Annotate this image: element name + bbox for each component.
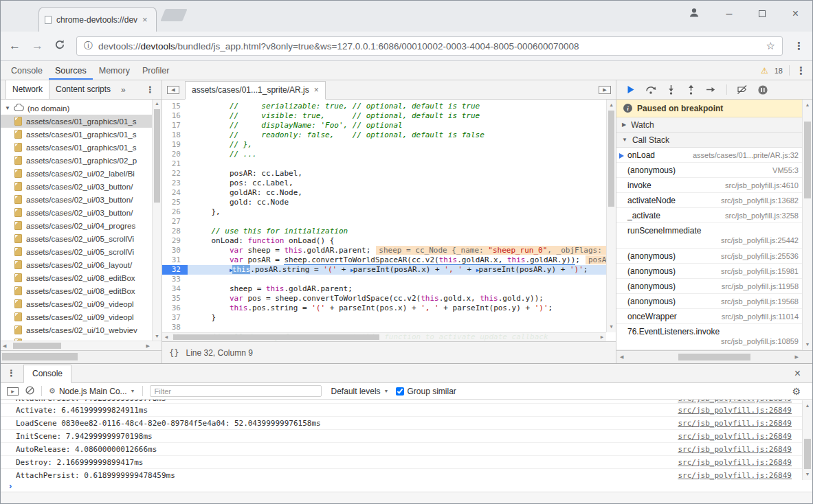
new-tab-button[interactable]: [160, 9, 187, 21]
scroll-right-icon[interactable]: ▶: [601, 333, 603, 341]
navigator-menu-icon[interactable]: ⋮: [146, 84, 162, 95]
code-editor[interactable]: 15 // serializable: true, // optional, d…: [162, 100, 616, 341]
scrollbar-thumb[interactable]: [154, 109, 160, 203]
scroll-down-icon[interactable]: ▼: [607, 323, 616, 331]
scroll-right-icon[interactable]: ▶: [146, 341, 150, 350]
group-similar-checkbox[interactable]: [396, 387, 404, 396]
deactivate-breakpoints-icon[interactable]: [737, 84, 748, 95]
browser-tab[interactable]: chrome-devtools://dev ×: [38, 7, 157, 32]
tab-memory-panel[interactable]: Memory: [93, 61, 136, 80]
collapse-navigator-icon[interactable]: ◀: [167, 86, 179, 94]
reload-icon[interactable]: [54, 39, 65, 53]
editor-file-tab[interactable]: assets/cases/01...1_sprite/AR.js ×: [185, 81, 326, 100]
scroll-up-icon[interactable]: ▲: [153, 100, 162, 108]
scrollbar-thumb[interactable]: [2, 353, 78, 360]
tab-console-drawer[interactable]: Console: [23, 365, 71, 383]
tree-root-domain[interactable]: ▼ (no domain): [1, 102, 162, 115]
file-item[interactable]: assets/cases/02_ui/09_videopl: [1, 297, 162, 310]
tab-content-scripts[interactable]: Content scripts: [49, 80, 117, 99]
forward-icon[interactable]: →: [32, 39, 43, 53]
scrollbar-thumb[interactable]: [678, 354, 750, 360]
console-prompt[interactable]: ›: [1, 480, 812, 492]
scroll-left-icon[interactable]: ◀: [165, 333, 168, 341]
call-stack-frame[interactable]: activateNodesrc/jsb_polyfill.js:13682: [616, 193, 812, 208]
expanded-triangle-icon[interactable]: ▼: [622, 137, 627, 143]
tab-network[interactable]: Network: [5, 80, 49, 99]
line-number[interactable]: 19: [162, 140, 188, 150]
console-message-link[interactable]: src/jsb_polyfill.js:26849: [678, 445, 792, 454]
scroll-up-icon[interactable]: ▲: [607, 101, 616, 109]
file-item[interactable]: assets/cases/02_ui/02_label/Bi: [1, 167, 162, 180]
debugger-vertical-scrollbar[interactable]: ▲ ▼: [802, 100, 812, 350]
console-message-link[interactable]: src/jsb_polyfill.js:26849: [678, 419, 792, 428]
editor-horizontal-scrollbar[interactable]: ◀ ▶: [162, 332, 606, 341]
line-number[interactable]: 32: [162, 265, 188, 275]
line-number[interactable]: 21: [162, 159, 188, 169]
show-debugger-panel-icon[interactable]: ▶: [599, 86, 611, 94]
warning-icon[interactable]: ⚠: [761, 66, 768, 76]
scroll-right-icon[interactable]: ▶: [795, 351, 799, 363]
step-out-icon[interactable]: [686, 84, 696, 95]
console-sidebar-icon[interactable]: ▶: [7, 387, 19, 396]
tab-close-icon[interactable]: ×: [142, 15, 148, 24]
file-item[interactable]: assets/cases/02_ui/09_videopl: [1, 310, 162, 323]
call-stack-frame[interactable]: onceWrappersrc/jsb_polyfill.js:11014: [616, 309, 812, 324]
close-window-button[interactable]: ×: [792, 8, 799, 19]
line-number[interactable]: 20: [162, 150, 188, 159]
file-item[interactable]: assets/cases/02_ui/10_webviev: [1, 323, 162, 336]
line-number[interactable]: 29: [162, 236, 188, 246]
file-item[interactable]: assets/cases/02_ui/05_scrollVi: [1, 232, 162, 245]
line-number[interactable]: 24: [162, 188, 188, 198]
scroll-up-icon[interactable]: ▲: [803, 402, 812, 410]
call-stack-frame[interactable]: (anonymous)src/jsb_polyfill.js:25536: [616, 249, 812, 264]
call-stack-frame[interactable]: _activatesrc/jsb_polyfill.js:3258: [616, 208, 812, 223]
file-item[interactable]: assets/cases/02_ui/03_button/: [1, 206, 162, 219]
console-message-link[interactable]: src/jsb_polyfill.js:26849: [678, 400, 792, 403]
info-icon[interactable]: ⓘ: [84, 40, 93, 52]
editor-vertical-scrollbar[interactable]: ▲ ▼: [606, 100, 616, 332]
console-message-link[interactable]: src/jsb_polyfill.js:26849: [678, 406, 792, 415]
bookmark-star-icon[interactable]: ☆: [766, 40, 775, 52]
collapsed-triangle-icon[interactable]: ▶: [622, 122, 626, 128]
scroll-left-icon[interactable]: ◀: [3, 341, 6, 350]
file-item[interactable]: assets/cases/01_graphics/02_p: [1, 154, 162, 167]
navigator-horizontal-scrollbar[interactable]: ◀ ▶: [1, 341, 162, 350]
line-number[interactable]: 35: [162, 294, 188, 303]
scroll-up-icon[interactable]: ▲: [803, 101, 812, 109]
line-number[interactable]: 23: [162, 179, 188, 188]
line-number[interactable]: 22: [162, 169, 188, 179]
maximize-button[interactable]: [759, 10, 766, 17]
line-number[interactable]: 33: [162, 275, 188, 284]
line-number[interactable]: 25: [162, 198, 188, 207]
line-number[interactable]: 34: [162, 284, 188, 294]
execution-context-selector[interactable]: ⚙ Node.js Main Co... ▼: [49, 387, 135, 396]
scroll-down-icon[interactable]: ▼: [803, 341, 812, 349]
file-item[interactable]: assets/cases/02_ui/05_scrollVi: [1, 245, 162, 258]
file-item[interactable]: assets/cases/02_ui/03_button/: [1, 193, 162, 206]
call-stack-frame[interactable]: (anonymous)src/jsb_polyfill.js:11958: [616, 279, 812, 294]
file-item[interactable]: assets/cases/01_graphics/01_s: [1, 115, 162, 128]
step-icon[interactable]: [706, 84, 717, 95]
file-item[interactable]: assets/cases/02_ui/08_editBox: [1, 271, 162, 284]
call-stack-frame[interactable]: (anonymous)src/jsb_polyfill.js:15981: [616, 264, 812, 279]
line-number[interactable]: 27: [162, 217, 188, 227]
call-stack-frame[interactable]: invokesrc/jsb_polyfill.js:4610: [616, 178, 812, 193]
line-number[interactable]: 28: [162, 227, 188, 236]
line-number[interactable]: 18: [162, 130, 188, 140]
log-levels-dropdown[interactable]: Default levels ▼: [331, 387, 389, 396]
minimize-button[interactable]: –: [726, 8, 733, 19]
more-tabs-icon[interactable]: »: [117, 85, 130, 95]
console-message-link[interactable]: src/jsb_polyfill.js:26849: [678, 471, 792, 480]
file-item[interactable]: assets/cases/02_ui/04_progres: [1, 219, 162, 232]
console-message-link[interactable]: src/jsb_polyfill.js:26849: [678, 432, 792, 441]
step-over-icon[interactable]: [645, 84, 656, 95]
line-number[interactable]: 30: [162, 246, 188, 255]
console-message-link[interactable]: src/jsb_polyfill.js:26849: [678, 458, 792, 467]
close-file-icon[interactable]: ×: [314, 85, 319, 95]
console-filter-input[interactable]: [150, 385, 322, 397]
line-number[interactable]: 37: [162, 313, 188, 323]
clear-console-icon[interactable]: [25, 386, 34, 397]
call-stack-section-header[interactable]: ▼ Call Stack: [616, 133, 812, 148]
file-item[interactable]: assets/cases/02_ui/08_editBox: [1, 284, 162, 297]
call-stack-frame[interactable]: (anonymous)VM55:3: [616, 163, 812, 178]
